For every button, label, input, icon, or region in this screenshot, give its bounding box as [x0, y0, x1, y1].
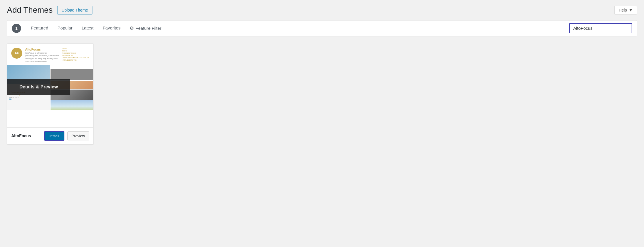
overlay-label: Details & Preview [19, 84, 58, 89]
details-preview-overlay[interactable]: Details & Preview [7, 79, 70, 95]
feature-filter[interactable]: ⚙ Feature Filter [126, 23, 165, 34]
tp-nav-home: HOME [62, 48, 89, 49]
page-number-badge: 1 [12, 24, 21, 33]
page-header: Add Themes Upload Theme Help ▼ [0, 0, 644, 20]
theme-name: AltoFocus [11, 133, 41, 138]
theme-card: AF AltoFocus AltoFocus is a theme for ph… [7, 43, 94, 144]
gear-icon: ⚙ [130, 25, 134, 31]
page-title: Add Themes [7, 5, 53, 15]
tab-favorites[interactable]: Favorites [99, 23, 125, 34]
theme-preview-area[interactable]: AF AltoFocus AltoFocus is a theme for ph… [7, 44, 93, 127]
search-input[interactable] [569, 23, 632, 33]
feature-filter-label: Feature Filter [135, 26, 161, 31]
help-button[interactable]: Help ▼ [614, 6, 637, 14]
chevron-down-icon: ▼ [629, 8, 633, 12]
tp-img-2 [51, 69, 93, 80]
theme-site-info: AltoFocus AltoFocus is a theme for photo… [25, 48, 59, 63]
theme-preview-header: AF AltoFocus AltoFocus is a theme for ph… [7, 44, 93, 65]
theme-nav: HOME BLOG A RECENT PAGE READABILITY IMAG… [62, 48, 89, 61]
tp-nav-image: IMAGE ALIGNMENT AND STYLES [62, 57, 89, 59]
theme-preview-inner: AF AltoFocus AltoFocus is a theme for ph… [7, 44, 93, 127]
tab-latest[interactable]: Latest [78, 23, 98, 34]
tp-img-sky [51, 100, 93, 110]
theme-logo: AF [11, 48, 22, 59]
header-left: Add Themes Upload Theme [7, 5, 92, 15]
upload-theme-button[interactable]: Upload Theme [57, 6, 92, 14]
theme-site-desc: AltoFocus is a theme for photobloggers, … [25, 52, 59, 63]
preview-button[interactable]: Preview [67, 131, 89, 140]
tp-nav-blog: BLOG [62, 50, 89, 52]
tp-nav-recent: A RECENT PAGE [62, 52, 89, 54]
tab-featured[interactable]: Featured [27, 23, 52, 34]
theme-card-footer: AltoFocus Install Preview [7, 127, 93, 144]
tp-nav-html: HTML ELEMENTS [62, 59, 89, 61]
help-label: Help [619, 8, 627, 12]
tp-nav-readability: READABILITY [62, 55, 89, 56]
main-content: AF AltoFocus AltoFocus is a theme for ph… [0, 36, 644, 151]
tab-popular[interactable]: Popular [53, 23, 77, 34]
filter-nav: Featured Popular Latest Favorites ⚙ Feat… [27, 23, 165, 34]
filter-bar: 1 Featured Popular Latest Favorites ⚙ Fe… [7, 20, 637, 36]
theme-site-name: AltoFocus [25, 48, 59, 51]
install-button[interactable]: Install [44, 131, 64, 141]
filter-bar-left: 1 Featured Popular Latest Favorites ⚙ Fe… [12, 23, 569, 34]
